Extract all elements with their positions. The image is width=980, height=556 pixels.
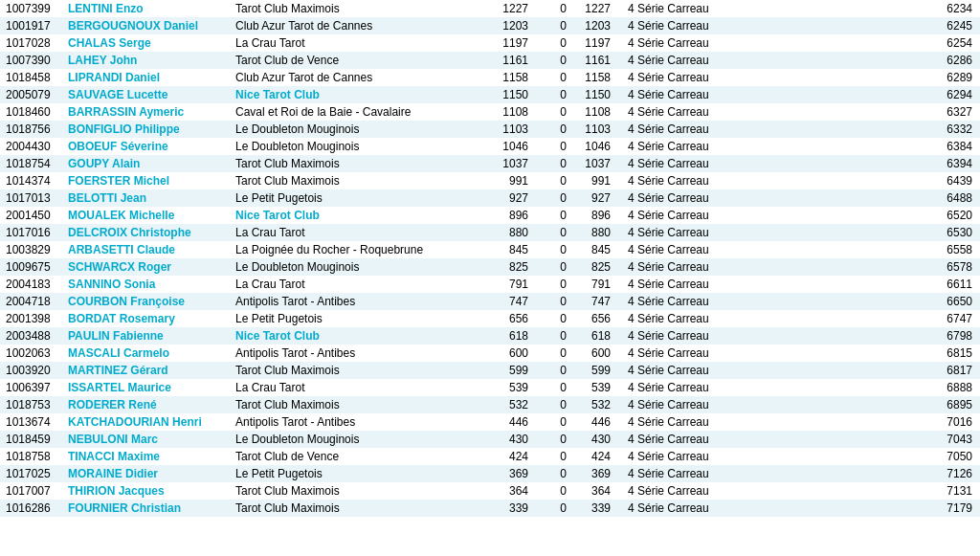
table-row: 2005079SAUVAGE LucetteNice Tarot Club115… — [0, 86, 980, 103]
table-row: 1003920MARTINEZ GérardTarot Club Maximoi… — [0, 362, 980, 379]
table-row: 1016286FOURNIER ChristianTarot Club Maxi… — [0, 500, 980, 517]
table-row: 2001450MOUALEK MichelleNice Tarot Club89… — [0, 207, 980, 224]
table-row: 1003829ARBASETTI ClaudeLa Poignée du Roc… — [0, 241, 980, 258]
table-row: 1017016DELCROIX ChristopheLa Crau Tarot8… — [0, 224, 980, 241]
table-row: 1018459NEBULONI MarcLe Doubleton Mougino… — [0, 431, 980, 448]
table-row: 1018758TINACCI MaximeTarot Club de Vence… — [0, 448, 980, 465]
table-row: 1006397ISSARTEL MauriceLa Crau Tarot5390… — [0, 379, 980, 396]
table-row: 1018458LIPRANDI DanielClub Azur Tarot de… — [0, 69, 980, 86]
rankings-table: 1007399LENTINI EnzoTarot Club Maximois12… — [0, 0, 980, 517]
table-row: 1018753RODERER RenéTarot Club Maximois53… — [0, 396, 980, 413]
table-row: 1018754GOUPY AlainTarot Club Maximois103… — [0, 155, 980, 172]
table-row: 1017007THIRION JacquesTarot Club Maximoi… — [0, 482, 980, 500]
table-row: 2004183SANNINO SoniaLa Crau Tarot7910791… — [0, 276, 980, 293]
table-row: 1017013BELOTTI JeanLe Petit Pugetois9270… — [0, 189, 980, 207]
table-row: 1017028CHALAS SergeLa Crau Tarot11970119… — [0, 34, 980, 52]
table-row: 1018460BARRASSIN AymericCaval et Roi de … — [0, 103, 980, 121]
table-row: 1014374FOERSTER MichelTarot Club Maximoi… — [0, 172, 980, 189]
table-row: 1007399LENTINI EnzoTarot Club Maximois12… — [0, 0, 980, 17]
table-row: 1009675SCHWARCX RogerLe Doubleton Mougin… — [0, 258, 980, 276]
table-row: 2004430OBOEUF SéverineLe Doubleton Mougi… — [0, 138, 980, 155]
table-row: 1018756BONFIGLIO PhilippeLe Doubleton Mo… — [0, 121, 980, 138]
table-row: 1007390LAHEY JohnTarot Club de Vence1161… — [0, 52, 980, 69]
table-row: 1017025MORAINE DidierLe Petit Pugetois36… — [0, 465, 980, 482]
table-row: 1001917BERGOUGNOUX DanielClub Azur Tarot… — [0, 17, 980, 34]
table-row: 2001398BORDAT RosemaryLe Petit Pugetois6… — [0, 310, 980, 327]
table-row: 2004718COURBON FrançoiseAntipolis Tarot … — [0, 293, 980, 310]
table-row: 1002063MASCALI CarmeloAntipolis Tarot - … — [0, 345, 980, 362]
table-row: 1013674KATCHADOURIAN HenriAntipolis Taro… — [0, 413, 980, 431]
table-row: 2003488PAULIN FabienneNice Tarot Club618… — [0, 327, 980, 345]
